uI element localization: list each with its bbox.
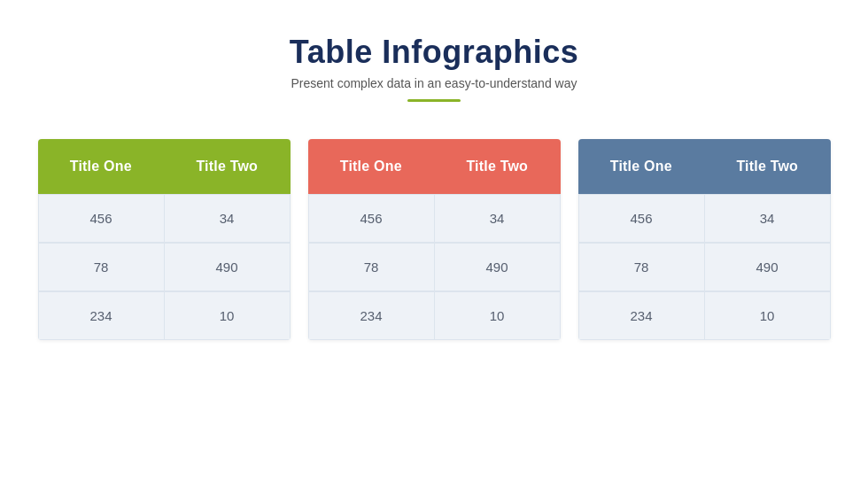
cell-red-1-col1: 78 — [308, 243, 434, 291]
cell-blue-1-col2: 490 — [704, 243, 831, 291]
table-row: 78490 — [38, 243, 291, 291]
col2-header-red: Title Two — [434, 139, 561, 194]
cell-blue-1-col1: 78 — [578, 243, 704, 291]
table-blue: Title OneTitle Two456347849023410 — [578, 139, 831, 340]
col1-header-red: Title One — [308, 139, 435, 194]
table-row: 45634 — [38, 194, 291, 243]
table-body-green: 456347849023410 — [38, 194, 291, 340]
table-row: 23410 — [308, 291, 561, 340]
table-header-red: Title OneTitle Two — [308, 139, 561, 194]
table-row: 23410 — [578, 291, 831, 340]
cell-green-0-col1: 456 — [38, 194, 164, 243]
col2-header-blue: Title Two — [704, 139, 831, 194]
cell-green-1-col2: 490 — [164, 243, 291, 291]
table-body-red: 456347849023410 — [308, 194, 561, 340]
table-header-blue: Title OneTitle Two — [578, 139, 831, 194]
table-body-blue: 456347849023410 — [578, 194, 831, 340]
title-underline — [407, 99, 461, 102]
cell-blue-0-col2: 34 — [704, 194, 831, 243]
cell-red-2-col2: 10 — [434, 291, 561, 340]
cell-green-2-col1: 234 — [38, 291, 164, 340]
cell-red-1-col2: 490 — [434, 243, 561, 291]
page-subtitle: Present complex data in an easy-to-under… — [290, 76, 578, 90]
cell-green-0-col2: 34 — [164, 194, 291, 243]
table-row: 45634 — [308, 194, 561, 243]
cell-blue-2-col2: 10 — [704, 291, 831, 340]
table-red: Title OneTitle Two456347849023410 — [308, 139, 561, 340]
cell-red-0-col1: 456 — [308, 194, 434, 243]
table-row: 78490 — [578, 243, 831, 291]
cell-green-2-col2: 10 — [164, 291, 291, 340]
cell-blue-0-col1: 456 — [578, 194, 704, 243]
table-header-green: Title OneTitle Two — [38, 139, 291, 194]
cell-green-1-col1: 78 — [38, 243, 164, 291]
table-row: 23410 — [38, 291, 291, 340]
col1-header-blue: Title One — [578, 139, 705, 194]
page-title: Table Infographics — [290, 34, 578, 71]
tables-container: Title OneTitle Two456347849023410Title O… — [38, 139, 831, 340]
cell-red-2-col1: 234 — [308, 291, 434, 340]
col2-header-green: Title Two — [164, 139, 291, 194]
table-green: Title OneTitle Two456347849023410 — [38, 139, 291, 340]
page-header: Table Infographics Present complex data … — [290, 34, 578, 102]
cell-red-0-col2: 34 — [434, 194, 561, 243]
cell-blue-2-col1: 234 — [578, 291, 704, 340]
table-row: 45634 — [578, 194, 831, 243]
col1-header-green: Title One — [38, 139, 165, 194]
table-row: 78490 — [308, 243, 561, 291]
